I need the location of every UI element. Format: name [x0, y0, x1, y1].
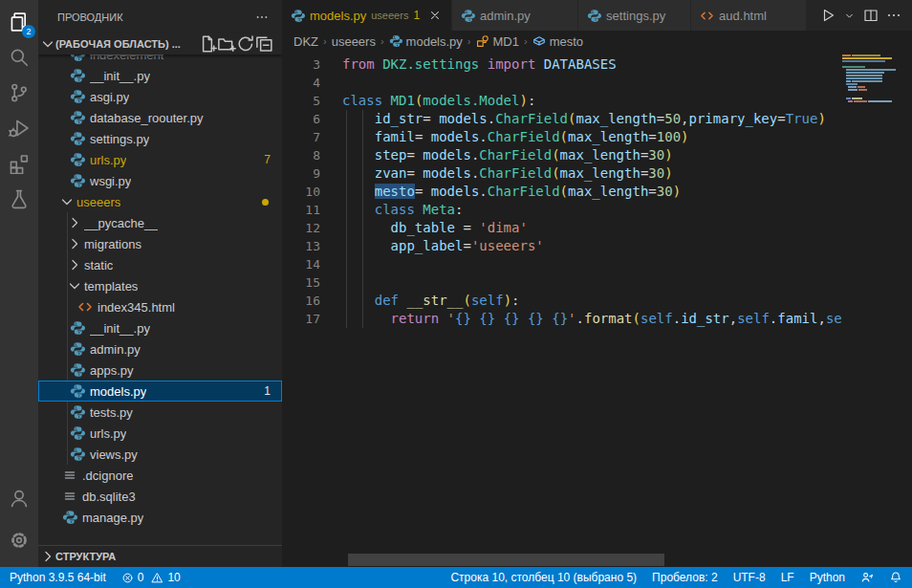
- editor-actions: [817, 0, 912, 31]
- activity-search[interactable]: [0, 39, 38, 75]
- tree-item-__init__.py[interactable]: __init__.py: [38, 65, 282, 86]
- python-icon: [70, 341, 85, 357]
- tree-item-tests.py[interactable]: tests.py: [38, 402, 282, 423]
- status-language-mode[interactable]: Python: [802, 567, 853, 588]
- chevron-down-icon: [59, 194, 75, 209]
- tree-item-urls.py[interactable]: urls.py: [38, 423, 282, 444]
- tree-item-database_roouter.py[interactable]: database_roouter.py: [38, 107, 282, 128]
- activity-source-control[interactable]: [0, 75, 38, 110]
- horizontal-scrollbar[interactable]: [348, 554, 664, 566]
- tree-folder-static[interactable]: static: [38, 254, 282, 275]
- refresh-explorer-button[interactable]: [236, 34, 255, 54]
- code-text: zvan= models.CharField(max_length=30): [320, 164, 673, 183]
- tree-item-__init__.py[interactable]: __init__.py: [38, 317, 282, 338]
- tree-folder-templates[interactable]: templates: [38, 275, 282, 296]
- tree-item-label: .dcignore: [82, 468, 133, 483]
- status-python-interpreter[interactable]: Python 3.9.5 64-bit: [10, 567, 114, 588]
- activity-explorer[interactable]: 2: [0, 4, 38, 39]
- status-eol[interactable]: LF: [773, 567, 802, 588]
- tree-item-admin.py[interactable]: admin.py: [38, 338, 282, 359]
- explorer-more-icon[interactable]: [255, 11, 269, 24]
- breadcrumb-mesto[interactable]: mesto: [532, 34, 583, 49]
- tree-item-.dcignore[interactable]: .dcignore: [38, 465, 282, 486]
- breadcrumb-MD1[interactable]: MD1: [476, 34, 519, 49]
- activity-testing[interactable]: [0, 181, 38, 216]
- status-feedback[interactable]: [853, 567, 881, 588]
- breadcrumb-separator: ›: [322, 35, 328, 47]
- activity-extensions[interactable]: [0, 145, 38, 181]
- indent-guide: [362, 110, 363, 328]
- line-number: 14: [282, 255, 320, 273]
- new-folder-button[interactable]: [217, 34, 236, 54]
- tree-item-manage.py[interactable]: manage.py: [38, 507, 282, 528]
- tab-admin.py[interactable]: admin.py: [452, 0, 578, 31]
- more-actions-button[interactable]: [883, 4, 904, 27]
- run-dropdown-button[interactable]: [840, 4, 858, 27]
- tree-item-label: models.py: [90, 384, 146, 399]
- status-encoding[interactable]: UTF-8: [726, 567, 773, 588]
- breadcrumb-DKZ[interactable]: DKZ: [293, 34, 318, 49]
- split-editor-button[interactable]: [860, 4, 881, 27]
- status-problems[interactable]: 0 10: [114, 567, 188, 588]
- new-file-button[interactable]: [198, 34, 217, 54]
- python-icon: [291, 9, 305, 23]
- tree-item-apps.py[interactable]: apps.py: [38, 359, 282, 381]
- breadcrumb-useeers[interactable]: useeers: [332, 34, 376, 49]
- tree-item-label: database_roouter.py: [90, 111, 204, 125]
- tree-item-label: admin.py: [90, 342, 141, 357]
- status-indentation[interactable]: Пробелов: 2: [644, 567, 726, 588]
- python-icon: [70, 89, 85, 104]
- collapse-folders-button[interactable]: [255, 34, 274, 54]
- tree-item-urls.py[interactable]: urls.py7: [38, 149, 282, 170]
- tree-item-label: asgi.py: [90, 90, 129, 104]
- close-tab-button[interactable]: [427, 8, 443, 23]
- status-cursor-position[interactable]: Строка 10, столбец 10 (выбрано 5): [450, 567, 644, 588]
- tree-item-asgi.py[interactable]: asgi.py: [38, 86, 282, 107]
- tree-item-label: __init__.py: [90, 69, 150, 83]
- workspace-section-header[interactable]: (РАБОЧАЯ ОБЛАСТЬ) ...: [38, 33, 282, 54]
- breadcrumb-separator: ›: [467, 35, 472, 47]
- breadcrumb-models.py[interactable]: models.py: [389, 34, 463, 49]
- activity-settings[interactable]: [0, 519, 38, 561]
- tree-item-label: apps.py: [90, 363, 134, 378]
- code-text: from DKZ.settings import DATABASES: [320, 55, 617, 74]
- tab-models.py[interactable]: models.pyuseeers1: [282, 0, 452, 31]
- code-line: 17 return '{} {} {} {} {}'.format(self.i…: [282, 310, 912, 328]
- outline-section-header[interactable]: СТРУКТУРА: [38, 545, 282, 567]
- minimap[interactable]: [841, 52, 904, 567]
- python-icon: [461, 9, 475, 23]
- debug-icon: [9, 118, 30, 139]
- breadcrumb-label: DKZ: [293, 34, 318, 49]
- tab-aud.html[interactable]: aud.html: [691, 0, 807, 31]
- modified-dot-badge: [262, 199, 269, 206]
- code-line: 5class MD1(models.Model):: [282, 92, 912, 110]
- activity-run-and-debug[interactable]: [0, 110, 38, 145]
- activity-accounts[interactable]: [0, 477, 38, 519]
- tree-item-settings.py[interactable]: settings.py: [38, 128, 282, 149]
- split-icon: [863, 8, 879, 23]
- tree-item-indexelement[interactable]: indexelement: [38, 54, 282, 65]
- chevron-right-icon: [40, 549, 55, 564]
- chev-d-sm-icon: [843, 10, 856, 22]
- python-icon: [70, 68, 85, 83]
- tree-item-label: views.py: [90, 447, 138, 462]
- python-icon: [70, 54, 85, 62]
- tab-settings.py[interactable]: settings.py: [578, 0, 691, 31]
- status-notifications[interactable]: [881, 567, 904, 588]
- tree-item-views.py[interactable]: views.py: [38, 444, 282, 465]
- line-number: 7: [282, 128, 320, 146]
- tree-item-db.sqlite3[interactable]: db.sqlite3: [38, 486, 282, 507]
- code-text: app_label='useeers': [320, 237, 544, 255]
- tree-item-label: wsgi.py: [90, 174, 131, 188]
- tree-folder-useeers[interactable]: useeers: [38, 191, 282, 212]
- run-button[interactable]: [817, 4, 838, 27]
- tree-folder-__pycache__[interactable]: __pycache__: [38, 212, 282, 233]
- field-sym-icon: [532, 34, 546, 48]
- chevron-right-icon: [67, 215, 82, 230]
- tree-item-models.py[interactable]: models.py1: [38, 381, 282, 402]
- tree-item-wsgi.py[interactable]: wsgi.py: [38, 170, 282, 191]
- code-editor[interactable]: 3from DKZ.settings import DATABASES45cla…: [282, 52, 912, 567]
- tab-label: settings.py: [606, 9, 665, 23]
- tree-item-index345.html[interactable]: index345.html: [38, 296, 282, 317]
- tree-folder-migrations[interactable]: migrations: [38, 233, 282, 254]
